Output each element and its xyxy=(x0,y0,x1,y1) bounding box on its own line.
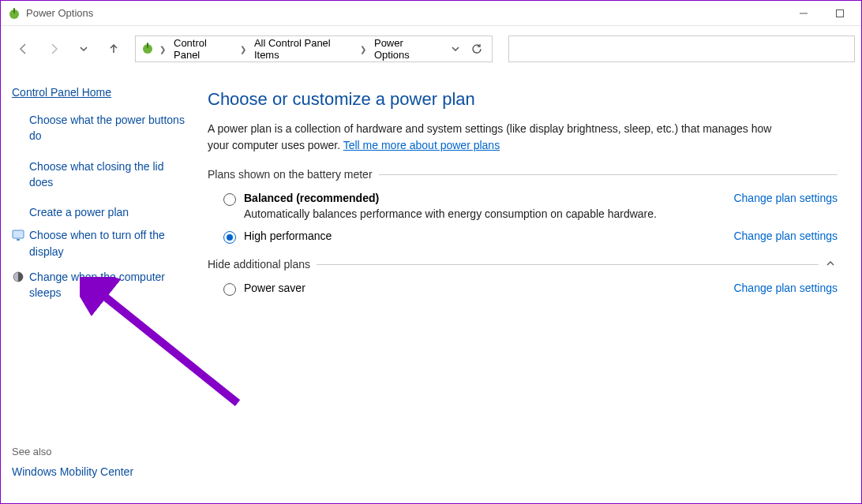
sidebar-link-turn-off-display[interactable]: Choose when to turn off the display xyxy=(29,227,189,259)
section-label: Hide additional plans xyxy=(208,258,310,271)
maximize-button[interactable] xyxy=(822,2,858,25)
breadcrumb-item[interactable]: Power Options xyxy=(371,35,440,62)
divider xyxy=(317,264,819,265)
section-label: Plans shown on the battery meter xyxy=(208,168,373,181)
forward-button[interactable] xyxy=(40,35,67,62)
intro-text: A power plan is a collection of hardware… xyxy=(208,121,776,154)
change-plan-settings-link[interactable]: Change plan settings xyxy=(733,282,838,294)
sleep-icon xyxy=(12,271,24,283)
change-plan-settings-link[interactable]: Change plan settings xyxy=(733,230,838,242)
address-dropdown-button[interactable] xyxy=(447,39,465,58)
plan-name[interactable]: Balanced (recommended) xyxy=(244,192,657,204)
recent-locations-button[interactable] xyxy=(70,35,97,62)
plan-row-power-saver: Power saver Change plan settings xyxy=(208,282,838,296)
section-battery-meter: Plans shown on the battery meter xyxy=(208,168,838,181)
plan-name[interactable]: High performance xyxy=(244,230,332,242)
up-button[interactable] xyxy=(100,35,127,62)
plan-description: Automatically balances performance with … xyxy=(244,207,657,220)
plan-row-high-performance: High performance Change plan settings xyxy=(208,230,838,244)
sidebar: Control Panel Home Choose what the power… xyxy=(1,72,200,503)
chevron-right-icon[interactable]: ❯ xyxy=(358,45,368,54)
chevron-up-icon[interactable] xyxy=(825,258,838,271)
sidebar-link-computer-sleeps[interactable]: Change when the computer sleeps xyxy=(29,269,189,301)
svg-rect-3 xyxy=(837,9,844,17)
sidebar-link-create-plan[interactable]: Create a power plan xyxy=(29,204,129,220)
refresh-button[interactable] xyxy=(467,39,485,58)
svg-rect-7 xyxy=(17,239,20,241)
intro-link[interactable]: Tell me more about power plans xyxy=(343,139,500,151)
see-also-label: See also xyxy=(12,446,189,457)
control-panel-home-link[interactable]: Control Panel Home xyxy=(12,86,189,99)
display-icon xyxy=(12,229,24,241)
svg-rect-1 xyxy=(13,8,15,13)
minimize-button[interactable] xyxy=(785,2,822,25)
radio-power-saver[interactable] xyxy=(223,283,236,296)
titlebar: Power Options xyxy=(1,1,861,26)
sidebar-link-closing-lid[interactable]: Choose what closing the lid does xyxy=(29,159,189,191)
svg-rect-5 xyxy=(147,43,148,48)
svg-rect-6 xyxy=(13,230,24,238)
section-hide-additional[interactable]: Hide additional plans xyxy=(208,258,838,271)
plan-name[interactable]: Power saver xyxy=(244,282,305,294)
address-bar[interactable]: ❯ Control Panel ❯ All Control Panel Item… xyxy=(135,35,493,62)
sidebar-link-power-buttons[interactable]: Choose what the power buttons do xyxy=(29,112,189,144)
divider xyxy=(379,174,838,175)
chevron-right-icon[interactable]: ❯ xyxy=(158,45,167,54)
change-plan-settings-link[interactable]: Change plan settings xyxy=(733,192,838,204)
plan-row-balanced: Balanced (recommended) Automatically bal… xyxy=(208,192,838,220)
page-heading: Choose or customize a power plan xyxy=(208,89,838,110)
breadcrumb-item[interactable]: Control Panel xyxy=(171,35,235,62)
breadcrumb-item[interactable]: All Control Panel Items xyxy=(251,35,355,62)
power-options-icon xyxy=(141,41,155,58)
radio-balanced[interactable] xyxy=(223,193,236,206)
chevron-right-icon[interactable]: ❯ xyxy=(238,45,248,54)
sidebar-link-mobility-center[interactable]: Windows Mobility Center xyxy=(12,464,189,480)
main-content: Choose or customize a power plan A power… xyxy=(200,72,861,503)
power-options-icon xyxy=(7,6,21,21)
navigation-row: ❯ Control Panel ❯ All Control Panel Item… xyxy=(1,26,861,72)
back-button[interactable] xyxy=(10,35,37,62)
radio-high-performance[interactable] xyxy=(223,231,236,244)
window-title: Power Options xyxy=(26,7,93,19)
search-input[interactable] xyxy=(508,35,855,62)
